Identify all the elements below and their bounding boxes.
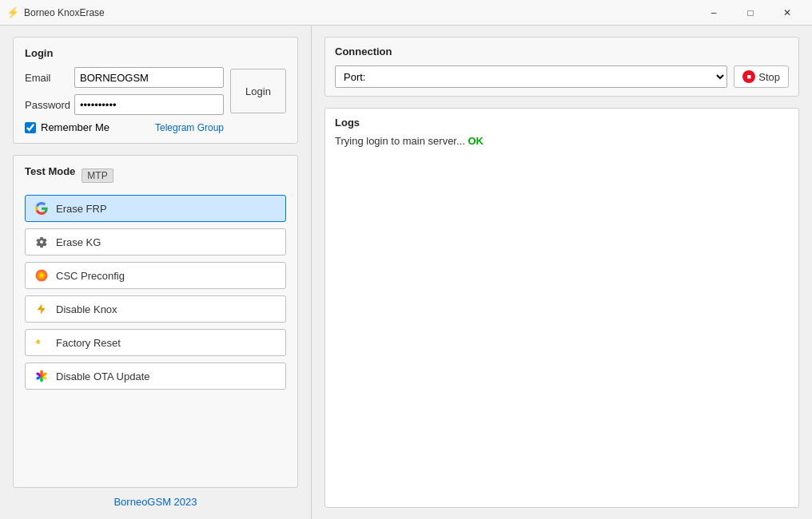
testmode-section: Test Mode MTP Erase FRP <box>13 155 298 488</box>
remember-checkbox[interactable] <box>25 122 36 133</box>
logs-section: Logs Trying login to main server... OK <box>324 108 799 508</box>
login-button[interactable]: Login <box>230 69 286 113</box>
connection-title: Connection <box>335 46 789 57</box>
maximize-button[interactable]: □ <box>732 0 769 26</box>
login-title: Login <box>25 47 286 59</box>
csc-preconfig-button[interactable]: CSC Preconfig <box>25 262 286 289</box>
stop-icon: ■ <box>742 70 755 83</box>
flower-icon <box>34 368 50 384</box>
password-row: Password <box>25 94 224 115</box>
connection-row: Port: ■ Stop <box>335 65 789 88</box>
csc-icon <box>34 267 50 283</box>
erase-kg-label: Erase KG <box>56 236 101 248</box>
disable-ota-button[interactable]: Disable OTA Update <box>25 363 286 390</box>
stop-button[interactable]: ■ Stop <box>734 65 789 88</box>
disable-knox-button[interactable]: Disable Knox <box>25 295 286 323</box>
email-label: Email <box>25 72 74 84</box>
disable-knox-label: Disable Knox <box>56 303 117 315</box>
erase-frp-label: Erase FRP <box>56 203 107 215</box>
erase-kg-button[interactable]: Erase KG <box>25 228 286 256</box>
login-btn-area: Login <box>224 67 286 113</box>
remember-label: Remember Me <box>41 121 109 133</box>
app-icon: ⚡ <box>6 6 19 19</box>
svg-text:🤚: 🤚 <box>35 339 42 345</box>
svg-point-5 <box>40 370 43 375</box>
svg-point-2 <box>40 274 44 278</box>
app-title: Borneo KnoxErase <box>24 7 695 18</box>
close-button[interactable]: ✕ <box>769 0 806 26</box>
stop-label: Stop <box>758 71 780 83</box>
log-text: Trying login to main server... <box>335 135 468 147</box>
erase-frp-button[interactable]: Erase FRP <box>25 195 286 222</box>
titlebar: ⚡ Borneo KnoxErase – □ ✕ <box>0 0 812 26</box>
login-fields: Email Password Remember Me Telegram Grou… <box>25 67 224 133</box>
minimize-button[interactable]: – <box>695 0 732 26</box>
email-row: Email <box>25 67 224 88</box>
testmode-badge: MTP <box>82 168 113 183</box>
login-inner: Email Password Remember Me Telegram Grou… <box>25 67 286 133</box>
remember-left: Remember Me <box>25 121 109 133</box>
factory-reset-button[interactable]: 🤚 Factory Reset <box>25 329 286 356</box>
factory-reset-label: Factory Reset <box>56 337 121 349</box>
email-input[interactable] <box>74 67 224 88</box>
testmode-header: Test Mode MTP <box>25 165 286 185</box>
log-line-1: Trying login to main server... OK <box>335 135 789 147</box>
connection-section: Connection Port: ■ Stop <box>324 37 799 97</box>
csc-preconfig-label: CSC Preconfig <box>56 270 125 282</box>
log-status: OK <box>468 135 484 147</box>
lightning-icon <box>34 301 50 317</box>
gear-icon <box>34 234 50 250</box>
right-panel: Connection Port: ■ Stop Logs Trying logi… <box>312 26 812 519</box>
google-icon <box>34 200 50 216</box>
login-section: Login Email Password Remember Me <box>13 37 298 144</box>
main-content: Login Email Password Remember Me <box>0 26 812 519</box>
footer: BorneoGSM 2023 <box>13 496 298 508</box>
logs-title: Logs <box>335 117 789 129</box>
remember-row: Remember Me Telegram Group <box>25 121 224 133</box>
password-label: Password <box>25 99 74 111</box>
window-controls: – □ ✕ <box>695 0 806 26</box>
disable-ota-label: Disable OTA Update <box>56 370 150 382</box>
telegram-link[interactable]: Telegram Group <box>155 122 224 133</box>
hand-icon: 🤚 <box>34 335 50 351</box>
testmode-title: Test Mode <box>25 165 75 177</box>
left-panel: Login Email Password Remember Me <box>0 26 312 519</box>
svg-point-8 <box>40 378 43 382</box>
port-select[interactable]: Port: <box>335 65 727 88</box>
footer-text: BorneoGSM 2023 <box>113 496 197 508</box>
password-input[interactable] <box>74 94 224 115</box>
